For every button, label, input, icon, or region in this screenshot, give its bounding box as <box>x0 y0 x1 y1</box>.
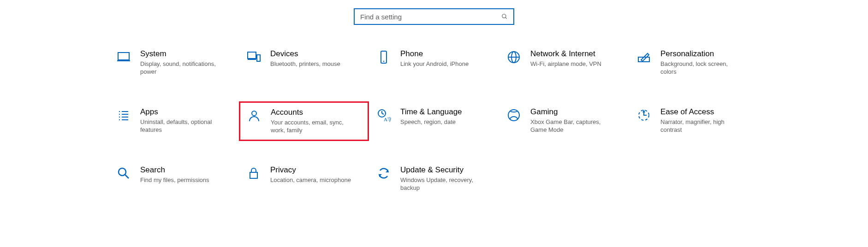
search-input[interactable] <box>359 12 500 21</box>
category-title: Accounts <box>271 107 362 118</box>
category-title: Network & Internet <box>530 49 623 59</box>
category-title: Gaming <box>530 107 623 117</box>
category-description: Uninstall, defaults, optional features <box>140 118 223 134</box>
category-description: Bluetooth, printers, mouse <box>270 60 353 68</box>
search-box[interactable] <box>354 8 514 25</box>
category-personalization[interactable]: PersonalizationBackground, lock screen, … <box>629 43 759 83</box>
category-title: Phone <box>400 49 493 59</box>
category-title: Devices <box>270 49 363 59</box>
category-description: Location, camera, microphone <box>270 176 353 184</box>
category-description: Display, sound, notifications, power <box>140 60 223 76</box>
category-time[interactable]: Time & LanguageSpeech, region, date <box>369 101 499 141</box>
category-description: Windows Update, recovery, backup <box>400 176 483 192</box>
category-devices[interactable]: DevicesBluetooth, printers, mouse <box>239 43 369 83</box>
category-phone[interactable]: PhoneLink your Android, iPhone <box>369 43 499 83</box>
pen-icon <box>636 49 652 65</box>
category-network[interactable]: Network & InternetWi-Fi, airplane mode, … <box>499 43 629 83</box>
category-title: Privacy <box>270 165 363 175</box>
category-title: Apps <box>140 107 232 117</box>
list-icon <box>115 107 132 124</box>
category-update[interactable]: Update & SecurityWindows Update, recover… <box>369 159 499 199</box>
ease-icon <box>636 107 652 124</box>
category-search[interactable]: SearchFind my files, permissions <box>109 159 239 199</box>
category-description: Narrator, magnifier, high contrast <box>660 118 743 134</box>
category-apps[interactable]: AppsUninstall, defaults, optional featur… <box>109 101 239 141</box>
category-accounts[interactable]: AccountsYour accounts, email, sync, work… <box>239 101 369 141</box>
category-title: Time & Language <box>400 107 493 117</box>
category-gaming[interactable]: GamingXbox Game Bar, captures, Game Mode <box>499 101 629 141</box>
category-description: Speech, region, date <box>400 118 483 126</box>
category-system[interactable]: SystemDisplay, sound, notifications, pow… <box>109 43 239 83</box>
phone-icon <box>375 49 392 65</box>
category-ease[interactable]: Ease of AccessNarrator, magnifier, high … <box>629 101 759 141</box>
category-title: System <box>140 49 232 59</box>
category-title: Ease of Access <box>660 107 753 117</box>
laptop-icon <box>115 49 132 65</box>
category-description: Xbox Game Bar, captures, Game Mode <box>530 118 613 134</box>
category-title: Search <box>140 165 232 175</box>
person-icon <box>246 107 262 124</box>
lock-icon <box>245 165 262 182</box>
category-title: Personalization <box>660 49 753 59</box>
category-description: Link your Android, iPhone <box>400 60 483 68</box>
category-title: Update & Security <box>400 165 493 175</box>
search-icon <box>500 12 509 21</box>
svg-line-1 <box>505 18 507 19</box>
category-description: Your accounts, email, sync, work, family <box>271 118 354 134</box>
xbox-icon <box>505 107 522 124</box>
devices-icon <box>245 49 262 65</box>
category-description: Wi-Fi, airplane mode, VPN <box>530 60 613 68</box>
sync-icon <box>375 165 392 182</box>
category-description: Background, lock screen, colors <box>660 60 743 76</box>
search-icon <box>115 165 132 182</box>
category-privacy[interactable]: PrivacyLocation, camera, microphone <box>239 159 369 199</box>
svg-point-0 <box>502 14 506 18</box>
settings-grid: SystemDisplay, sound, notifications, pow… <box>109 43 759 199</box>
globe-icon <box>505 49 522 65</box>
category-description: Find my files, permissions <box>140 176 223 184</box>
time-lang-icon <box>375 107 392 124</box>
